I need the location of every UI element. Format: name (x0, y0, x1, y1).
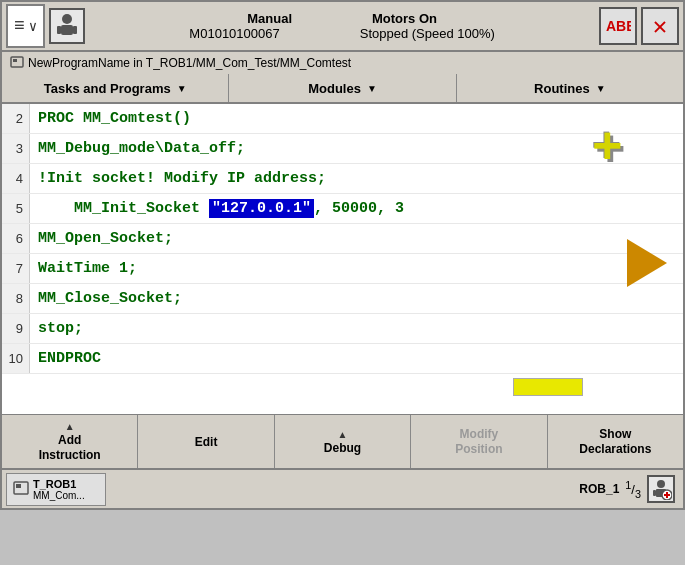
hamburger-icon: ≡ (14, 16, 25, 36)
breadcrumb-text: NewProgramName in T_ROB1/MM_Com_Test/MM_… (28, 56, 351, 70)
robot-status-right: ROB_1 1/3 (579, 475, 683, 503)
edit-label: Edit (195, 435, 218, 449)
add-instruction-arrow: ▲ (65, 421, 75, 432)
abb-logo-icon: ABB (605, 15, 631, 37)
code-text: WaitTime 1; (30, 260, 137, 277)
svg-text:ABB: ABB (606, 18, 631, 34)
debug-label: Debug (324, 441, 361, 455)
table-row: 3 MM_Debug_mode\Data_off; (2, 134, 683, 164)
table-row: 7 WaitTime 1; (2, 254, 683, 284)
code-text: stop; (30, 320, 83, 337)
abb-logo-button[interactable]: ABB (599, 7, 637, 45)
line-number: 2 (2, 104, 30, 133)
status-bar: T_ROB1 MM_Com... ROB_1 1/3 (0, 470, 685, 510)
svg-point-0 (62, 14, 72, 24)
show-declarations-label2: Declarations (579, 442, 651, 456)
title-bar: ≡ ∨ Manual Motors On M01010100067 Stoppe… (0, 0, 685, 52)
highlighted-value[interactable]: "127.0.0.1" (209, 199, 314, 218)
table-row: 9 stop; (2, 314, 683, 344)
table-row: 4 !Init socket! Modify IP address; (2, 164, 683, 194)
device-id: M01010100067 (189, 26, 279, 41)
code-text: ENDPROC (30, 350, 101, 367)
tab-routines-arrow: ▼ (596, 83, 606, 94)
line-number: 7 (2, 254, 30, 283)
tab-modules-arrow: ▼ (367, 83, 377, 94)
tab-modules-label: Modules (308, 81, 361, 96)
task-icon (13, 481, 29, 497)
breadcrumb-icon (10, 56, 24, 70)
robot-figure-icon (53, 12, 81, 40)
fraction-display: 1/3 (625, 479, 641, 500)
close-button[interactable]: ✕ (641, 7, 679, 45)
code-text: !Init socket! Modify IP address; (30, 170, 326, 187)
tab-routines[interactable]: Routines ▼ (457, 74, 683, 102)
status-label: Stopped (Speed 100%) (360, 26, 495, 41)
modify-position-label: Modify (460, 427, 499, 441)
svg-rect-3 (73, 26, 77, 34)
line-number: 8 (2, 284, 30, 313)
svg-rect-8 (16, 484, 21, 488)
add-instruction-button[interactable]: ▲ Add Instruction (2, 415, 138, 468)
code-text: MM_Init_Socket "127.0.0.1", 50000, 3 (30, 200, 404, 217)
show-declarations-button[interactable]: Show Declarations (548, 415, 683, 468)
svg-point-9 (657, 480, 665, 488)
task-sub: MM_Com... (33, 490, 85, 501)
menu-button[interactable]: ≡ ∨ (6, 4, 45, 48)
close-icon: ✕ (653, 12, 667, 41)
svg-rect-2 (57, 26, 61, 34)
bottom-toolbar: ▲ Add Instruction Edit ▲ Debug Modify Po… (0, 414, 685, 470)
tab-bar: Tasks and Programs ▼ Modules ▼ Routines … (0, 74, 685, 104)
tab-tasks-label: Tasks and Programs (44, 81, 171, 96)
svg-rect-1 (61, 25, 73, 35)
table-row: 8 MM_Close_Socket; (2, 284, 683, 314)
add-instruction-label2: Instruction (39, 448, 101, 462)
code-area: 2 PROC MM_Comtest() 3 MM_Debug_mode\Data… (0, 104, 685, 414)
modify-position-label2: Position (455, 442, 502, 456)
task-name: T_ROB1 (33, 478, 85, 490)
line-number: 9 (2, 314, 30, 343)
debug-button[interactable]: ▲ Debug (275, 415, 411, 468)
tab-modules[interactable]: Modules ▼ (229, 74, 456, 102)
table-row: 10 ENDPROC (2, 344, 683, 374)
add-instruction-label: Add (58, 433, 81, 447)
code-text: MM_Debug_mode\Data_off; (30, 140, 245, 157)
chevron-down-icon: ∨ (29, 18, 37, 35)
add-plus-icon[interactable]: + (592, 124, 623, 176)
line-number: 4 (2, 164, 30, 193)
robot-label: ROB_1 (579, 482, 619, 496)
edit-button[interactable]: Edit (138, 415, 274, 468)
svg-rect-11 (653, 490, 656, 496)
code-text: MM_Close_Socket; (30, 290, 182, 307)
motors-label: Motors On (372, 11, 437, 26)
line-number: 10 (2, 344, 30, 373)
svg-rect-6 (13, 59, 17, 62)
task-label: T_ROB1 MM_Com... (33, 478, 85, 501)
show-declarations-label: Show (599, 427, 631, 441)
robot-icon[interactable] (49, 8, 85, 44)
modify-position-button[interactable]: Modify Position (411, 415, 547, 468)
breadcrumb: NewProgramName in T_ROB1/MM_Com_Test/MM_… (0, 52, 685, 74)
line-number: 3 (2, 134, 30, 163)
title-info: Manual Motors On M01010100067 Stopped (S… (89, 11, 595, 41)
code-text: MM_Open_Socket; (30, 230, 173, 247)
table-row: 6 MM_Open_Socket; (2, 224, 683, 254)
play-button-icon[interactable] (627, 239, 667, 287)
title-bar-right: ABB ✕ (599, 7, 679, 45)
tab-routines-label: Routines (534, 81, 590, 96)
line-number: 6 (2, 224, 30, 253)
manual-label: Manual (247, 11, 292, 26)
robot-status-icon (647, 475, 675, 503)
table-row: 5 MM_Init_Socket "127.0.0.1", 50000, 3 (2, 194, 683, 224)
line-number: 5 (2, 194, 30, 223)
code-text: PROC MM_Comtest() (30, 110, 191, 127)
debug-arrow: ▲ (338, 429, 348, 440)
yellow-bar (513, 378, 583, 396)
task-status-button[interactable]: T_ROB1 MM_Com... (6, 473, 106, 506)
tab-tasks-arrow: ▼ (177, 83, 187, 94)
table-row: 2 PROC MM_Comtest() (2, 104, 683, 134)
tab-tasks-programs[interactable]: Tasks and Programs ▼ (2, 74, 229, 102)
